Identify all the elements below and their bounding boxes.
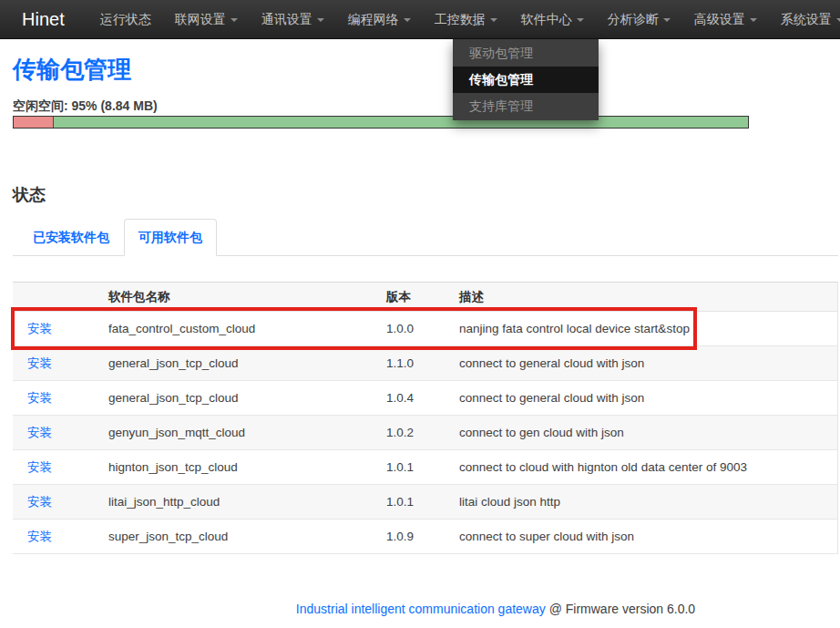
install-link[interactable]: 安装 <box>27 530 52 543</box>
description-cell: connect to cloud with hignton old data c… <box>450 450 838 485</box>
dropdown-item-1[interactable]: 驱动包管理 <box>453 40 599 67</box>
nav-item-4[interactable]: 编程网络 <box>336 0 423 38</box>
version-cell: 1.1.0 <box>377 346 450 381</box>
main-menu: 运行状态联网设置通讯设置编程网络工控数据软件中心分析诊断高级设置系统设置退出 <box>88 0 840 38</box>
table-row: 安装general_json_tcp_cloud1.1.0connect to … <box>13 346 838 381</box>
package-name-cell: super_json_tcp_cloud <box>99 520 377 554</box>
page-footer: Industrial intelligent communication gat… <box>82 602 840 616</box>
tab-installed-packages[interactable]: 已安装软件包 <box>18 219 124 256</box>
version-cell: 1.0.1 <box>377 450 450 485</box>
description-cell: nanjing fata control local device start&… <box>450 312 838 346</box>
gateway-link[interactable]: Industrial intelligent communication gat… <box>296 602 546 616</box>
table-row: 安装hignton_json_tcp_cloud1.0.1connect to … <box>13 450 838 485</box>
nav-item-label: 软件中心 <box>521 12 572 26</box>
nav-item-label: 联网设置 <box>175 12 226 26</box>
nav-item-label: 系统设置 <box>781 12 832 26</box>
version-cell: 1.0.0 <box>377 312 450 346</box>
package-tabs: 已安装软件包可用软件包 <box>13 219 838 256</box>
header-description: 描述 <box>450 283 838 312</box>
install-link[interactable]: 安装 <box>27 460 52 474</box>
nav-item-5[interactable]: 工控数据 <box>423 0 509 38</box>
package-name-cell: hignton_json_tcp_cloud <box>99 450 377 485</box>
install-link[interactable]: 安装 <box>27 322 52 335</box>
install-link[interactable]: 安装 <box>27 391 52 405</box>
install-link[interactable]: 安装 <box>27 495 52 509</box>
nav-item-label: 运行状态 <box>100 12 151 26</box>
nav-item-label: 编程网络 <box>348 12 399 26</box>
firmware-version-text: @ Firmware version 6.0.0 <box>546 602 695 616</box>
brand-logo[interactable]: Hinet <box>0 0 74 38</box>
used-space-segment <box>14 117 54 128</box>
nav-item-3[interactable]: 通讯设置 <box>250 0 336 38</box>
package-name-cell: general_json_tcp_cloud <box>99 381 377 416</box>
free-space-label: 空闲空间: 95% (8.84 MB) <box>13 98 840 113</box>
install-link[interactable]: 安装 <box>27 356 52 370</box>
table-row: 安装super_json_tcp_cloud1.0.9connect to su… <box>13 520 838 554</box>
free-space-progressbar <box>13 116 749 129</box>
chevron-down-icon <box>317 18 324 22</box>
dropdown-item-3[interactable]: 支持库管理 <box>453 93 599 119</box>
nav-item-label: 高级设置 <box>694 12 745 26</box>
top-navbar: Hinet 运行状态联网设置通讯设置编程网络工控数据软件中心分析诊断高级设置系统… <box>0 0 840 39</box>
packages-table: 软件包名称 版本 描述 安装fata_control_custom_cloud1… <box>13 282 838 554</box>
status-heading: 状态 <box>13 185 840 205</box>
chevron-down-icon <box>230 18 238 22</box>
nav-item-2[interactable]: 联网设置 <box>163 0 250 38</box>
table-header-row: 软件包名称 版本 描述 <box>13 283 838 312</box>
version-cell: 1.0.2 <box>377 416 450 450</box>
header-version: 版本 <box>377 283 450 312</box>
package-name-cell: general_json_tcp_cloud <box>99 346 377 381</box>
chevron-down-icon <box>750 18 757 22</box>
description-cell: connect to general cloud with json <box>450 381 838 416</box>
nav-item-1[interactable]: 运行状态 <box>88 0 163 38</box>
nav-item-label: 工控数据 <box>435 12 486 26</box>
version-cell: 1.0.1 <box>377 485 450 520</box>
chevron-down-icon <box>577 18 584 22</box>
header-install <box>13 283 99 312</box>
nav-item-7[interactable]: 分析诊断 <box>596 0 682 38</box>
nav-item-9[interactable]: 系统设置 <box>769 0 840 38</box>
nav-item-8[interactable]: 高级设置 <box>682 0 769 38</box>
table-row: 安装general_json_tcp_cloud1.0.4connect to … <box>13 381 838 416</box>
package-name-cell: litai_json_http_cloud <box>99 485 377 520</box>
nav-item-label: 通讯设置 <box>261 12 312 26</box>
chevron-down-icon <box>836 18 840 22</box>
page-title: 传输包管理 <box>13 55 840 84</box>
package-name-cell: fata_control_custom_cloud <box>99 312 377 346</box>
version-cell: 1.0.9 <box>377 520 450 554</box>
chevron-down-icon <box>663 18 671 22</box>
install-link[interactable]: 安装 <box>27 426 52 439</box>
table-row: 安装litai_json_http_cloud1.0.1litai cloud … <box>13 485 838 520</box>
description-cell: connect to super cloud with json <box>450 520 838 554</box>
main-content: 传输包管理 空闲空间: 95% (8.84 MB) 状态 已安装软件包可用软件包… <box>0 55 840 616</box>
nav-item-6[interactable]: 软件中心 <box>509 0 596 38</box>
tab-available-packages[interactable]: 可用软件包 <box>124 219 217 256</box>
table-row-highlighted: 安装fata_control_custom_cloud1.0.0nanjing … <box>13 312 838 346</box>
dropdown-item-2[interactable]: 传输包管理 <box>453 67 599 93</box>
chevron-down-icon <box>404 18 411 22</box>
free-space-segment <box>54 117 748 128</box>
header-package-name: 软件包名称 <box>99 283 377 312</box>
description-cell: connect to gen cloud with json <box>450 416 838 450</box>
chevron-down-icon <box>490 18 497 22</box>
description-cell: connect to general cloud with json <box>450 346 838 381</box>
nav-item-label: 分析诊断 <box>608 12 659 26</box>
table-row: 安装genyun_json_mqtt_cloud1.0.2connect to … <box>13 416 838 450</box>
package-name-cell: genyun_json_mqtt_cloud <box>99 416 377 450</box>
version-cell: 1.0.4 <box>377 381 450 416</box>
page: Hinet 运行状态联网设置通讯设置编程网络工控数据软件中心分析诊断高级设置系统… <box>0 0 840 628</box>
software-center-dropdown: 驱动包管理传输包管理支持库管理 <box>453 39 599 120</box>
description-cell: litai cloud json http <box>450 485 838 520</box>
